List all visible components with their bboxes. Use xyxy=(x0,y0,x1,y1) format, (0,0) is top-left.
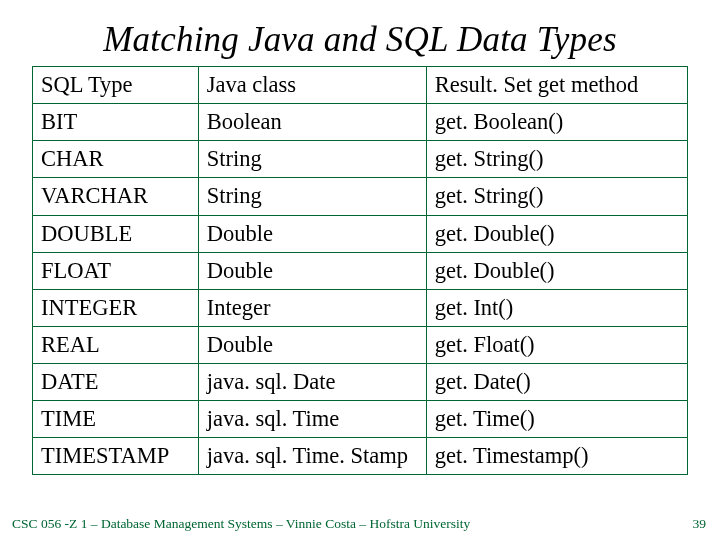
cell-method: get. Date() xyxy=(426,364,687,401)
table-container: SQL Type Java class Result. Set get meth… xyxy=(32,66,688,475)
table-row: FLOAT Double get. Double() xyxy=(33,252,688,289)
header-sql-type: SQL Type xyxy=(33,67,199,104)
header-java-class: Java class xyxy=(198,67,426,104)
table-row: INTEGER Integer get. Int() xyxy=(33,289,688,326)
cell-method: get. Float() xyxy=(426,326,687,363)
cell-method: get. String() xyxy=(426,178,687,215)
page-number: 39 xyxy=(693,516,707,532)
cell-method: get. Time() xyxy=(426,401,687,438)
table-header-row: SQL Type Java class Result. Set get meth… xyxy=(33,67,688,104)
table-body: SQL Type Java class Result. Set get meth… xyxy=(33,67,688,475)
cell-sql: TIMESTAMP xyxy=(33,438,199,475)
table-row: TIME java. sql. Time get. Time() xyxy=(33,401,688,438)
cell-java: java. sql. Date xyxy=(198,364,426,401)
cell-method: get. Boolean() xyxy=(426,104,687,141)
cell-sql: VARCHAR xyxy=(33,178,199,215)
cell-sql: FLOAT xyxy=(33,252,199,289)
cell-method: get. Timestamp() xyxy=(426,438,687,475)
slide-title: Matching Java and SQL Data Types xyxy=(0,0,720,66)
cell-java: Double xyxy=(198,215,426,252)
footer-text: CSC 056 -Z 1 – Database Management Syste… xyxy=(12,516,470,532)
cell-java: Integer xyxy=(198,289,426,326)
cell-java: java. sql. Time. Stamp xyxy=(198,438,426,475)
table-row: VARCHAR String get. String() xyxy=(33,178,688,215)
type-mapping-table: SQL Type Java class Result. Set get meth… xyxy=(32,66,688,475)
cell-method: get. String() xyxy=(426,141,687,178)
cell-sql: TIME xyxy=(33,401,199,438)
cell-method: get. Int() xyxy=(426,289,687,326)
table-row: REAL Double get. Float() xyxy=(33,326,688,363)
table-row: DATE java. sql. Date get. Date() xyxy=(33,364,688,401)
table-row: DOUBLE Double get. Double() xyxy=(33,215,688,252)
cell-sql: REAL xyxy=(33,326,199,363)
header-resultset: Result. Set get method xyxy=(426,67,687,104)
cell-sql: BIT xyxy=(33,104,199,141)
cell-java: java. sql. Time xyxy=(198,401,426,438)
cell-method: get. Double() xyxy=(426,252,687,289)
cell-java: String xyxy=(198,141,426,178)
cell-sql: CHAR xyxy=(33,141,199,178)
slide: Matching Java and SQL Data Types SQL Typ… xyxy=(0,0,720,540)
cell-sql: DATE xyxy=(33,364,199,401)
table-row: TIMESTAMP java. sql. Time. Stamp get. Ti… xyxy=(33,438,688,475)
table-row: BIT Boolean get. Boolean() xyxy=(33,104,688,141)
cell-sql: INTEGER xyxy=(33,289,199,326)
table-row: CHAR String get. String() xyxy=(33,141,688,178)
cell-method: get. Double() xyxy=(426,215,687,252)
cell-java: String xyxy=(198,178,426,215)
cell-java: Boolean xyxy=(198,104,426,141)
cell-sql: DOUBLE xyxy=(33,215,199,252)
cell-java: Double xyxy=(198,326,426,363)
cell-java: Double xyxy=(198,252,426,289)
